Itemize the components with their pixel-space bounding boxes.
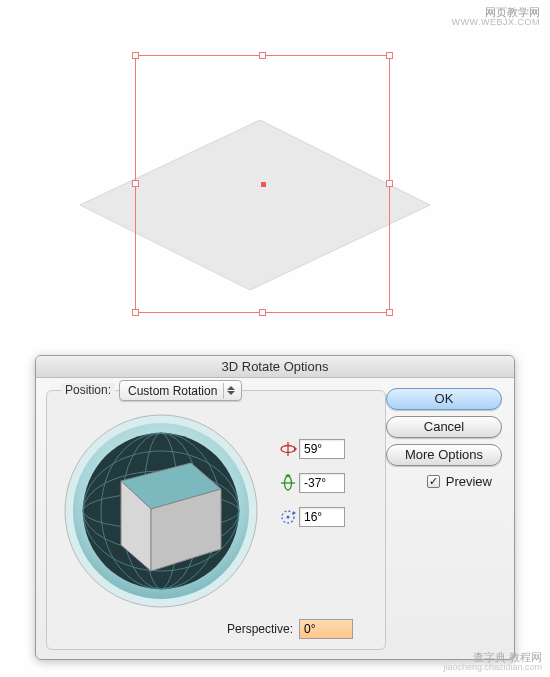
position-dropdown[interactable]: Custom Rotation [119, 380, 242, 401]
angle-row-y [277, 470, 377, 496]
angle-row-z [277, 504, 377, 530]
selection-bounding-box[interactable] [135, 55, 390, 313]
angle-y-input[interactable] [299, 473, 345, 493]
svg-point-20 [287, 516, 290, 519]
preview-row: ✓ Preview [427, 474, 492, 489]
watermark-bottom-line2: jiaocheng.chazidian.com [443, 663, 542, 673]
rotate-z-icon [277, 508, 299, 526]
watermark-top-line2: WWW.WEBJX.COM [452, 18, 541, 28]
trackball-3d-preview[interactable] [61, 411, 261, 611]
perspective-label: Perspective: [227, 622, 293, 636]
handle-bottom-mid[interactable] [259, 309, 266, 316]
dialog-buttons: OK Cancel More Options [386, 388, 502, 466]
position-groupbox: Position: Custom Rotation [46, 390, 386, 650]
handle-top-mid[interactable] [259, 52, 266, 59]
handle-bottom-left[interactable] [132, 309, 139, 316]
preview-label: Preview [446, 474, 492, 489]
svg-marker-18 [285, 474, 291, 476]
handle-top-left[interactable] [132, 52, 139, 59]
dialog-3d-rotate-options: 3D Rotate Options Position: Custom Rotat… [35, 355, 515, 660]
selection-center-point[interactable] [261, 182, 266, 187]
angle-x-input[interactable] [299, 439, 345, 459]
dialog-title: 3D Rotate Options [36, 356, 514, 378]
handle-bottom-right[interactable] [386, 309, 393, 316]
canvas-area[interactable] [0, 50, 550, 360]
perspective-row: Perspective: [227, 619, 353, 639]
handle-top-right[interactable] [386, 52, 393, 59]
watermark-bottom: 查字典 教程网 jiaocheng.chazidian.com [443, 651, 542, 673]
more-options-button[interactable]: More Options [386, 444, 502, 466]
position-label: Position: [61, 383, 115, 397]
rotate-y-icon [277, 474, 299, 492]
svg-marker-21 [293, 511, 296, 515]
angle-row-x [277, 436, 377, 462]
ok-button[interactable]: OK [386, 388, 502, 410]
position-value: Custom Rotation [128, 384, 217, 398]
rotate-x-icon [277, 440, 299, 458]
cancel-button[interactable]: Cancel [386, 416, 502, 438]
svg-marker-15 [294, 446, 297, 452]
perspective-input[interactable] [299, 619, 353, 639]
dropdown-stepper-icon [223, 383, 237, 399]
angle-inputs [277, 436, 377, 538]
angle-z-input[interactable] [299, 507, 345, 527]
preview-checkbox[interactable]: ✓ [427, 475, 440, 488]
handle-mid-right[interactable] [386, 180, 393, 187]
handle-mid-left[interactable] [132, 180, 139, 187]
watermark-top: 网页教学网 WWW.WEBJX.COM [452, 6, 541, 28]
